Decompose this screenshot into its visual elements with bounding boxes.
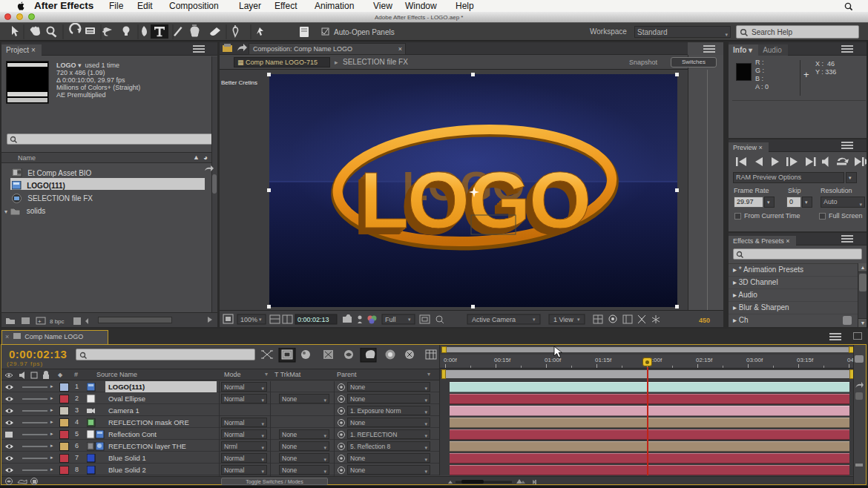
svg-text:+: + [38, 318, 42, 325]
svg-text:Active Camera: Active Camera [472, 316, 516, 323]
svg-text:▾: ▾ [577, 317, 580, 322]
svg-text:0:00:02:13: 0:00:02:13 [297, 316, 329, 323]
svg-text:▾: ▾ [259, 317, 262, 322]
svg-text:8 bpc: 8 bpc [50, 318, 65, 325]
svg-text:▾: ▾ [533, 317, 536, 322]
svg-text:100%: 100% [240, 316, 257, 323]
svg-text:450: 450 [699, 317, 710, 324]
svg-text:LOGO: LOGO [360, 155, 590, 245]
svg-text:Full: Full [385, 316, 396, 323]
svg-text:▾: ▾ [408, 317, 411, 322]
svg-text:Auto-Open Panels: Auto-Open Panels [334, 28, 395, 36]
svg-text:1 View: 1 View [553, 316, 573, 323]
